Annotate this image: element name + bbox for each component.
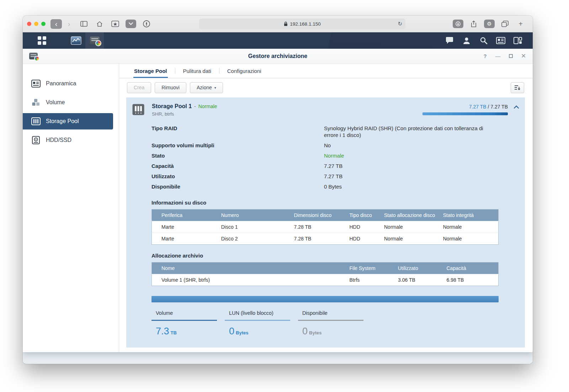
window-traffic-lights <box>27 22 46 26</box>
lock-icon <box>284 21 288 26</box>
stat-value: 0 <box>302 326 308 337</box>
stat-value: 7.3 <box>156 326 169 337</box>
stat-volume: Volume 7.3TB <box>151 310 217 337</box>
tab-configurazioni[interactable]: Configurazioni <box>227 64 262 78</box>
sidebar-item-volume[interactable]: Volume <box>23 94 113 111</box>
help-icon[interactable]: ? <box>482 53 488 59</box>
zoom-window-button[interactable] <box>41 22 46 26</box>
tab-bar: Storage Pool Pulitura dati Configurazion… <box>119 64 533 78</box>
action-label: Azione <box>197 85 212 90</box>
chevron-down-icon: ▾ <box>214 86 216 90</box>
settings-gear-icon[interactable]: ⚙ <box>483 19 496 29</box>
disk-info-title: Informazioni su disco <box>151 200 499 206</box>
pool-details: Tipo RAID Synology Hybrid RAID (SHR) (Co… <box>151 123 499 192</box>
pool-status-separator: - <box>194 104 196 109</box>
browser-window: ‹ › 192.168.1.150 ↻ <box>23 16 533 364</box>
share-icon[interactable] <box>467 19 480 29</box>
main-content: Storage Pool Pulitura dati Configurazion… <box>119 64 533 352</box>
extension-icon[interactable] <box>140 19 153 29</box>
sidebar-toggle-icon[interactable] <box>77 19 91 29</box>
collapse-chevron-icon[interactable] <box>514 103 519 109</box>
detail-row: Stato Normale <box>151 150 499 161</box>
detail-row: Tipo RAID Synology Hybrid RAID (SHR) (Co… <box>151 123 499 140</box>
storage-manager-app-icon[interactable] <box>85 32 104 49</box>
pool-subtitle: SHR, btrfs <box>152 111 217 117</box>
sidebar-item-hdd-ssd[interactable]: HDD/SSD <box>23 132 113 148</box>
detail-row: Capacità 7.27 TB <box>151 161 499 171</box>
sidebar-item-label: Storage Pool <box>46 118 79 125</box>
pool-usage-text: 7.27 TB / 7.27 TB <box>422 104 508 110</box>
storage-pool-card[interactable]: Storage Pool 1 - Normale SHR, btrfs 7.27… <box>126 97 525 348</box>
capacity-stats: Volume 7.3TB LUN (livello blocco) 0Bytes… <box>151 310 499 337</box>
disk-info-table: Periferica Numero Dimensioni disco Tipo … <box>151 209 499 245</box>
detail-row: Supporto volumi multipli No <box>151 140 499 150</box>
search-icon[interactable] <box>477 33 491 48</box>
disk-table-header: Periferica Numero Dimensioni disco Tipo … <box>152 210 499 221</box>
address-bar[interactable]: 192.168.1.150 ↻ <box>199 18 405 29</box>
pool-usage-progressbar <box>422 112 508 115</box>
stat-lun: LUN (livello blocco) 0Bytes <box>225 310 290 337</box>
sidebar-item-label: Panoramica <box>46 80 76 87</box>
table-row[interactable]: Marte Disco 2 7.28 TB HDD Normale Normal… <box>152 233 499 245</box>
notification-panel-icon[interactable] <box>494 33 508 48</box>
pool-name: Storage Pool 1 <box>152 103 192 110</box>
url-text: 192.168.1.150 <box>290 21 320 27</box>
stat-unit: Bytes <box>236 330 248 335</box>
pool-enclosure-icon <box>132 103 145 116</box>
forward-button[interactable]: › <box>63 19 75 29</box>
stat-unit: Bytes <box>309 330 321 335</box>
sidebar-item-label: HDD/SSD <box>46 137 71 143</box>
widget-panel-icon[interactable] <box>511 33 525 48</box>
sort-button[interactable] <box>511 82 524 93</box>
tab-overview-icon[interactable] <box>498 19 512 29</box>
page-title: Gestore archiviazione <box>23 53 533 59</box>
create-button[interactable]: Crea <box>127 82 151 93</box>
stat-value: 0 <box>229 326 234 337</box>
sidebar: Panoramica Volume Storage Pool HDD/SSD <box>23 64 119 352</box>
detail-row: Utilizzato 7.27 TB <box>151 171 499 181</box>
allocation-title: Allocazione archivio <box>151 253 499 259</box>
minimize-icon[interactable]: — <box>495 53 501 59</box>
pocket-icon[interactable] <box>124 19 138 29</box>
sidebar-item-panoramica[interactable]: Panoramica <box>23 75 113 92</box>
toolbar: Crea Rimuovi Azione ▾ <box>119 78 533 97</box>
top-sites-icon[interactable] <box>108 19 122 29</box>
chat-icon[interactable] <box>442 33 457 48</box>
allocation-table: Nome File System Utilizzato Capacità Vol… <box>151 262 499 286</box>
close-window-button[interactable] <box>27 22 31 26</box>
action-dropdown-button[interactable]: Azione ▾ <box>190 82 223 93</box>
pool-status-badge: Normale <box>198 104 217 109</box>
maximize-icon[interactable] <box>508 53 514 59</box>
home-icon[interactable] <box>93 19 106 29</box>
sidebar-item-label: Volume <box>46 99 65 106</box>
tab-storage-pool[interactable]: Storage Pool <box>133 64 168 78</box>
tab-pulitura-dati[interactable]: Pulitura dati <box>182 64 212 78</box>
detail-row: Disponibile 0 Bytes <box>151 181 499 192</box>
app-titlebar[interactable]: Gestore archiviazione ? — ✕ <box>23 49 533 64</box>
dsm-taskbar <box>23 32 533 49</box>
table-row[interactable]: Volume 1 (SHR, btrfs) Btrfs 3.06 TB 6.98… <box>152 274 499 286</box>
stat-unit: TB <box>171 330 177 335</box>
dsm-desktop: Gestore archiviazione ? — ✕ Panoramica <box>23 49 533 364</box>
close-icon[interactable]: ✕ <box>521 53 526 59</box>
pool-header: Storage Pool 1 - Normale SHR, btrfs 7.27… <box>126 97 525 118</box>
allocation-table-header: Nome File System Utilizzato Capacità <box>152 263 499 274</box>
stat-available: Disponibile 0Bytes <box>298 310 363 337</box>
back-button[interactable]: ‹ <box>50 19 62 29</box>
sidebar-item-storage-pool[interactable]: Storage Pool <box>23 113 113 129</box>
refresh-icon[interactable]: ↻ <box>398 21 402 27</box>
minimize-window-button[interactable] <box>34 22 38 26</box>
remove-button[interactable]: Rimuovi <box>155 82 186 93</box>
main-menu-icon[interactable] <box>33 32 51 49</box>
table-row[interactable]: Marte Disco 1 7.28 TB HDD Normale Normal… <box>152 221 499 233</box>
capacity-usage-bar <box>151 296 499 302</box>
new-tab-icon[interactable]: + <box>514 19 527 29</box>
storage-manager-window: Gestore archiviazione ? — ✕ Panoramica <box>23 49 533 352</box>
resource-monitor-app-icon[interactable] <box>67 32 85 49</box>
browser-toolbar: ‹ › 192.168.1.150 ↻ <box>23 16 533 32</box>
user-icon[interactable] <box>459 33 474 48</box>
downloads-icon[interactable] <box>451 19 465 29</box>
